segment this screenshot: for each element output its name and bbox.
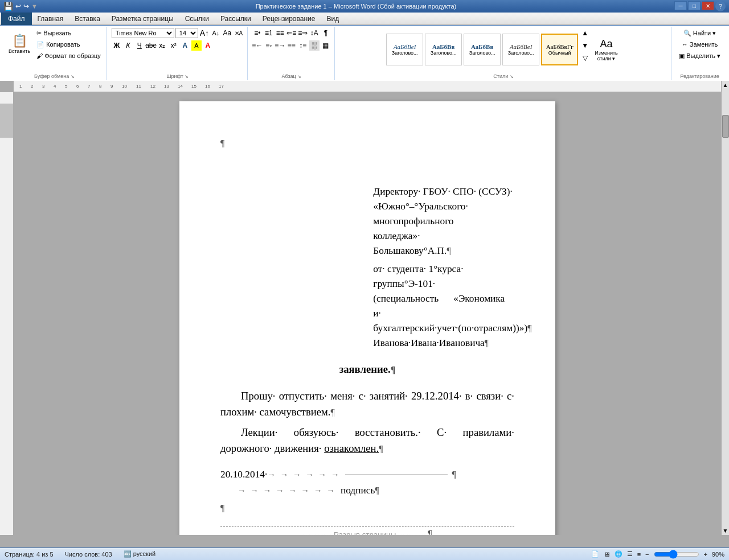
superscript-button[interactable]: x² bbox=[169, 40, 179, 51]
address-line-4: Большакову°А.П.¶ bbox=[373, 244, 514, 258]
pilcrow-button[interactable]: ¶ bbox=[321, 28, 331, 38]
body-paragraph-1: Прошу· отпустить· меня· с· занятий· 29.1… bbox=[220, 388, 514, 420]
bold-button[interactable]: Ж bbox=[112, 40, 122, 51]
highlight-button[interactable]: А bbox=[191, 40, 202, 51]
strikethrough-button[interactable]: abc bbox=[146, 40, 156, 51]
replace-button[interactable]: ↔ Заменить bbox=[679, 39, 721, 50]
address-text: Директору· ГБОУ· СПО· (ССУЗ)· «Южно°–°Ур… bbox=[373, 184, 514, 351]
ribbon-content: 📋 Вставить ✂ Вырезать 📄 Копировать 🖌 Фор… bbox=[0, 25, 729, 81]
language-indicator: 🔤 русский bbox=[124, 550, 156, 558]
ribbon: 📋 Вставить ✂ Вырезать 📄 Копировать 🖌 Фор… bbox=[0, 25, 729, 81]
close-button[interactable]: ✕ bbox=[702, 1, 714, 10]
style-heading2[interactable]: АаБбВв Заголово... bbox=[425, 34, 462, 65]
view-print-icon[interactable]: 📄 bbox=[591, 550, 599, 558]
border-button[interactable]: ▦ bbox=[321, 40, 331, 51]
ribbon-group-styles: АаБбВеI Заголово... АаБбВв Заголово... А… bbox=[336, 27, 671, 80]
document-page[interactable]: ¶ Директору· ГБОУ· СПО· (ССУЗ)· «Южно°–°… bbox=[179, 101, 555, 535]
style-heading4[interactable]: АаБбВеI Заголово... bbox=[502, 34, 539, 65]
editing-label: Редактирование bbox=[680, 73, 719, 79]
minimize-button[interactable]: ─ bbox=[674, 1, 687, 10]
italic-button[interactable]: К bbox=[123, 40, 133, 51]
address-line-7: бухгалтерский·учет·(по·отраслям))»)¶ bbox=[373, 321, 514, 336]
address-line-1: Директору· ГБОУ· СПО· (ССУЗ)· bbox=[373, 184, 514, 199]
view-fullscreen-icon[interactable]: 🖥 bbox=[604, 551, 610, 558]
address-line-6: (специальность «Экономика и· bbox=[373, 291, 514, 321]
underlined-text: ознакомлен. bbox=[324, 442, 379, 454]
status-bar: Страница: 4 из 5 Число слов: 403 🔤 русск… bbox=[0, 547, 729, 560]
select-button[interactable]: ▣ Выделить ▾ bbox=[676, 51, 723, 61]
format-painter-button[interactable]: 🖌 Формат по образцу bbox=[34, 51, 103, 61]
ribbon-group-paragraph: ≡• ≡1 ≡≡ ⇐≡ ≡⇒ ↕A ¶ ≡← ≡◦ ≡→ ≡≡ ↕≡ ░ ▦ bbox=[249, 27, 335, 80]
zoom-minus-button[interactable]: − bbox=[645, 551, 649, 558]
font-shrink-button[interactable]: A↓ bbox=[211, 28, 221, 38]
menu-insert[interactable]: Вставка bbox=[69, 13, 106, 25]
subscript-button[interactable]: x₂ bbox=[157, 40, 167, 51]
menu-references[interactable]: Ссылки bbox=[179, 13, 215, 25]
word-count: Число слов: 403 bbox=[65, 551, 112, 558]
find-button[interactable]: 🔍 Найти ▾ bbox=[681, 28, 719, 38]
cut-button[interactable]: ✂ Вырезать bbox=[34, 28, 103, 38]
align-center-button[interactable]: ≡◦ bbox=[264, 40, 274, 51]
font-color-button[interactable]: А bbox=[203, 40, 213, 51]
text-effects-button[interactable]: А bbox=[180, 40, 190, 51]
style-heading3[interactable]: АаБбВв Заголово... bbox=[464, 34, 501, 65]
address-line-5: от· студента· 1°курса· группы°Э-101· bbox=[373, 262, 514, 291]
vertical-ruler bbox=[0, 92, 14, 535]
menu-page-layout[interactable]: Разметка страницы bbox=[106, 13, 179, 25]
underline-button[interactable]: Ч bbox=[134, 40, 145, 51]
menu-file[interactable]: Файл bbox=[1, 13, 32, 25]
paste-button[interactable]: 📋 Вставить bbox=[6, 28, 33, 61]
address-line-2: «Южно°–°Уральского· bbox=[373, 199, 514, 214]
tab-arrows-2: → → → → → → → → bbox=[237, 485, 336, 497]
menu-home[interactable]: Главная bbox=[32, 13, 69, 25]
change-case-button[interactable]: Аа bbox=[222, 28, 232, 38]
line-spacing-button[interactable]: ↕≡ bbox=[298, 40, 308, 51]
date-line: 20.10.2014· → → → → → → ¶ bbox=[220, 468, 514, 481]
indent-button[interactable]: ≡⇒ bbox=[298, 28, 308, 38]
clear-format-button[interactable]: ✕A bbox=[234, 28, 244, 38]
vertical-scrollbar[interactable]: ▲ ▼ bbox=[721, 81, 729, 535]
page-indicator: Страница: 4 из 5 bbox=[5, 551, 54, 558]
styles-scroll-up-button[interactable]: ▲ bbox=[580, 28, 590, 38]
scrollbar-thumb[interactable] bbox=[722, 115, 729, 138]
align-left-button[interactable]: ≡← bbox=[252, 40, 263, 51]
maximize-button[interactable]: □ bbox=[688, 1, 701, 10]
font-size-select[interactable]: 14 bbox=[175, 28, 198, 38]
horizontal-ruler: 1 2 3 4 5 6 7 8 9 10 11 12 13 14 15 16 1… bbox=[14, 81, 721, 92]
scroll-up-button[interactable]: ▲ bbox=[722, 81, 729, 88]
address-block: Директору· ГБОУ· СПО· (ССУЗ)· «Южно°–°Ур… bbox=[220, 184, 514, 351]
menu-mailings[interactable]: Рассылки bbox=[215, 13, 257, 25]
change-styles-button[interactable]: Аa Изменитьстили ▾ bbox=[592, 33, 621, 66]
zoom-slider[interactable] bbox=[654, 550, 699, 558]
zoom-plus-button[interactable]: + bbox=[704, 551, 707, 558]
menu-review[interactable]: Рецензирование bbox=[257, 13, 321, 25]
style-normal[interactable]: АаБбВвГг Обычный bbox=[541, 34, 578, 65]
bullet-list-button[interactable]: ≡• bbox=[252, 28, 263, 38]
help-button[interactable]: ? bbox=[715, 1, 726, 11]
style-heading1[interactable]: АаБбВеI Заголово... bbox=[386, 34, 423, 65]
multilevel-list-button[interactable]: ≡≡ bbox=[275, 28, 285, 38]
paragraph-label: Абзац ↘ bbox=[281, 73, 301, 79]
signature-underline bbox=[345, 475, 448, 475]
page-break-indicator: ···············Разрыв страницы··········… bbox=[220, 526, 514, 535]
align-right-button[interactable]: ≡→ bbox=[275, 40, 285, 51]
font-grow-button[interactable]: A↑ bbox=[199, 28, 210, 38]
view-web-icon[interactable]: 🌐 bbox=[615, 550, 622, 558]
top-pilcrow: ¶ bbox=[220, 135, 514, 150]
align-justify-button[interactable]: ≡≡ bbox=[286, 40, 297, 51]
sort-button[interactable]: ↕A bbox=[309, 28, 320, 38]
title-bar: 💾 ↩ ↪ ▼ Практическое задание 1 – Microso… bbox=[0, 0, 729, 13]
copy-button[interactable]: 📄 Копировать bbox=[34, 39, 103, 50]
view-outline-icon[interactable]: ☰ bbox=[627, 550, 633, 558]
signature-label: подпись¶ bbox=[341, 484, 379, 497]
view-draft-icon[interactable]: ≡ bbox=[637, 551, 641, 558]
font-label: Шрифт ↘ bbox=[166, 73, 189, 79]
styles-scroll-down-button[interactable]: ▼ bbox=[580, 40, 590, 51]
font-family-select[interactable]: Times New Ro bbox=[112, 28, 174, 38]
outdent-button[interactable]: ⇐≡ bbox=[286, 28, 297, 38]
menu-view[interactable]: Вид bbox=[321, 13, 345, 25]
scroll-down-button[interactable]: ▼ bbox=[722, 528, 729, 534]
num-list-button[interactable]: ≡1 bbox=[264, 28, 274, 38]
styles-expand-button[interactable]: ▽ bbox=[580, 53, 590, 63]
shading-button[interactable]: ░ bbox=[309, 40, 320, 51]
